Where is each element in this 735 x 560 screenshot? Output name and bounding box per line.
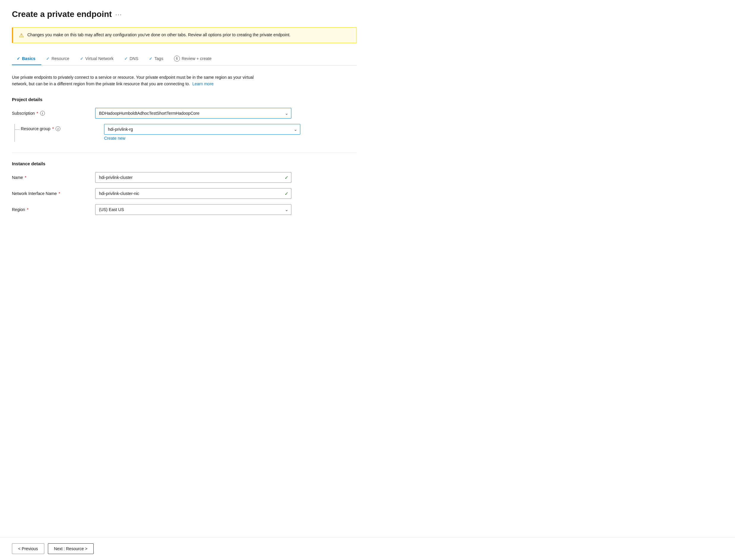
bottom-bar: < Previous Next : Resource > <box>0 537 735 560</box>
warning-icon: ⚠ <box>19 32 24 39</box>
warning-banner: ⚠ Changes you make on this tab may affec… <box>12 27 357 43</box>
region-select[interactable]: (US) East US <box>95 204 291 215</box>
tab-basics[interactable]: ✓ Basics <box>12 53 41 65</box>
region-required-star: * <box>27 207 28 212</box>
tabs-row: ✓ Basics ✓ Resource ✓ Virtual Network ✓ … <box>12 53 357 66</box>
tab-virtual-network[interactable]: ✓ Virtual Network <box>75 53 119 65</box>
resource-group-info-icon[interactable]: i <box>56 126 60 131</box>
warning-text: Changes you make on this tab may affect … <box>27 32 290 38</box>
tab-review-label: Review + create <box>182 56 212 61</box>
tab-basics-label: Basics <box>22 56 35 61</box>
name-required-star: * <box>25 175 26 180</box>
region-label: Region * <box>12 207 95 212</box>
name-input[interactable] <box>95 172 291 183</box>
next-button[interactable]: Next : Resource > <box>48 543 94 554</box>
section-divider <box>12 152 357 153</box>
instance-details-section: Instance details Name * ✓ Network Interf… <box>12 161 357 215</box>
tab-vnet-label: Virtual Network <box>85 56 114 61</box>
description-text: Use private endpoints to privately conne… <box>12 74 267 87</box>
resource-group-label: Resource group * i <box>21 124 104 131</box>
subscription-select-wrapper: BDHadoopHumboldtAdhocTestShortTermHadoop… <box>95 108 291 119</box>
tab-review-num: 6 <box>174 56 180 62</box>
nic-input[interactable] <box>95 188 291 199</box>
network-interface-name-label: Network Interface Name * <box>12 191 95 196</box>
subscription-label: Subscription * i <box>12 111 95 116</box>
instance-details-title: Instance details <box>12 161 357 166</box>
resource-group-indent-row: Resource group * i hdi-privlink-rg ⌄ Cre… <box>12 124 357 142</box>
name-input-wrapper: ✓ <box>95 172 291 183</box>
tab-resource-check-icon: ✓ <box>46 56 50 61</box>
tab-review-create[interactable]: 6 Review + create <box>169 53 218 66</box>
subscription-control: BDHadoopHumboldtAdhocTestShortTermHadoop… <box>95 108 291 119</box>
tab-basics-check-icon: ✓ <box>17 56 20 61</box>
subscription-row: Subscription * i BDHadoopHumboldtAdhocTe… <box>12 108 357 119</box>
resource-group-control: hdi-privlink-rg ⌄ Create new <box>104 124 300 141</box>
tab-dns-check-icon: ✓ <box>124 56 128 61</box>
tab-resource[interactable]: ✓ Resource <box>41 53 75 65</box>
tab-dns[interactable]: ✓ DNS <box>119 53 144 65</box>
nic-input-wrapper: ✓ <box>95 188 291 199</box>
tab-vnet-check-icon: ✓ <box>80 56 84 61</box>
tab-tags-check-icon: ✓ <box>149 56 152 61</box>
network-interface-name-row: Network Interface Name * ✓ <box>12 188 357 199</box>
ellipsis-menu[interactable]: ··· <box>115 11 122 18</box>
create-new-link[interactable]: Create new <box>104 136 300 141</box>
project-details-title: Project details <box>12 97 357 102</box>
learn-more-link[interactable]: Learn more <box>192 81 214 86</box>
name-row: Name * ✓ <box>12 172 357 183</box>
resource-group-select-wrapper: hdi-privlink-rg ⌄ <box>104 124 300 135</box>
resource-group-required-star: * <box>52 126 54 131</box>
region-select-wrapper: (US) East US ⌄ <box>95 204 291 215</box>
tab-dns-label: DNS <box>130 56 138 61</box>
subscription-required-star: * <box>37 111 38 116</box>
resource-group-select[interactable]: hdi-privlink-rg <box>104 124 300 135</box>
previous-button[interactable]: < Previous <box>12 543 44 554</box>
subscription-info-icon[interactable]: i <box>40 111 45 116</box>
nic-required-star: * <box>59 191 60 196</box>
tab-tags-label: Tags <box>154 56 163 61</box>
tab-resource-label: Resource <box>51 56 69 61</box>
tab-tags[interactable]: ✓ Tags <box>144 53 169 65</box>
name-label: Name * <box>12 175 95 180</box>
region-row: Region * (US) East US ⌄ <box>12 204 357 215</box>
subscription-select[interactable]: BDHadoopHumboldtAdhocTestShortTermHadoop… <box>95 108 291 119</box>
project-details-section: Project details Subscription * i BDHadoo… <box>12 97 357 142</box>
page-title: Create a private endpoint <box>12 10 112 19</box>
